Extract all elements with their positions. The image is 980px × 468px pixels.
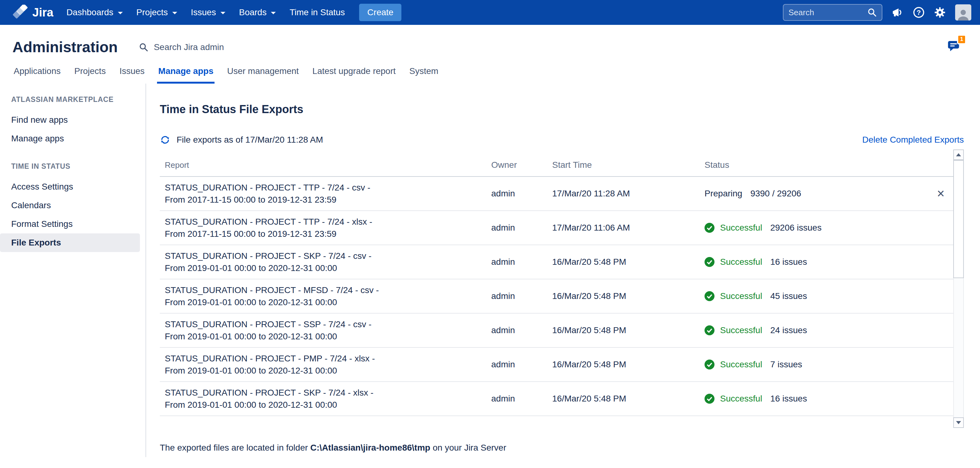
refresh-status-text: File exports as of 17/Mar/20 11:28 AM [177,135,323,145]
jira-home-link[interactable]: Jira [13,5,54,20]
column-header-report: Report [160,160,491,170]
chevron-down-icon [172,12,177,14]
nav-issues[interactable]: Issues [184,0,232,25]
admin-tab-bar: Applications Projects Issues Manage apps… [0,66,980,84]
gear-icon[interactable] [934,6,946,18]
tab-system[interactable]: System [408,66,440,84]
success-check-icon [705,360,714,370]
scroll-down-icon[interactable] [953,417,964,428]
report-cell: STATUS_DURATION - PROJECT - TTP - 7/24 -… [160,181,491,206]
main-content: Time in Status File Exports File exports… [146,84,980,457]
tab-applications[interactable]: Applications [13,66,62,84]
table-row: STATUS_DURATION - PROJECT - SKP - 7/24 -… [160,245,953,279]
svg-text:?: ? [916,9,921,16]
navbar-search-box[interactable] [783,4,882,21]
report-name: STATUS_DURATION - PROJECT - TTP - 7/24 -… [165,216,491,228]
report-range: From 2019-01-01 00:00 to 2020-12-31 00:0… [165,296,491,308]
refresh-row: File exports as of 17/Mar/20 11:28 AM De… [160,135,964,145]
avatar[interactable] [955,4,971,21]
status-label: Successful [720,325,762,335]
table-scrollbar[interactable] [953,149,964,428]
status-label: Successful [720,394,762,404]
sidebar-item-calendars[interactable]: Calendars [0,196,145,215]
create-button[interactable]: Create [359,4,401,21]
start-time-cell: 16/Mar/20 5:48 PM [552,291,705,301]
success-check-icon [705,291,714,301]
status-detail: 45 issues [770,291,807,301]
report-cell: STATUS_DURATION - PROJECT - MFSD - 7/24 … [160,284,491,308]
scrollbar-thumb[interactable] [953,160,964,278]
status-label: Successful [720,223,762,233]
nav-boards-label: Boards [239,8,267,17]
admin-body: ATLASSIAN MARKETPLACE Find new apps Mana… [0,84,980,457]
status-cell: Preparing 9390 / 29206 × [705,189,953,198]
owner-cell: admin [491,223,552,233]
success-check-icon [705,325,714,335]
nav-boards[interactable]: Boards [232,0,283,25]
scroll-up-icon[interactable] [953,149,964,160]
page-title: Administration [13,38,118,56]
status-cell: Successful 7 issues [705,360,953,370]
tab-latest-upgrade-report[interactable]: Latest upgrade report [311,66,397,84]
sidebar-item-format-settings[interactable]: Format Settings [0,215,145,233]
report-name: STATUS_DURATION - PROJECT - SSP - 7/24 -… [165,427,491,428]
jira-logo-icon [13,5,28,20]
table-header-row: Report Owner Start Time Status [160,149,953,177]
tab-user-management[interactable]: User management [226,66,300,84]
exports-table: Report Owner Start Time Status STATUS_DU… [160,149,953,428]
note-suffix: on your Jira Server [430,443,506,452]
status-detail: 7 issues [770,360,802,370]
report-name: STATUS_DURATION - PROJECT - SSP - 7/24 -… [165,318,491,330]
start-time-cell: 16/Mar/20 5:48 PM [552,257,705,267]
owner-cell: admin [491,360,552,370]
admin-search-box[interactable] [139,42,297,52]
nav-projects[interactable]: Projects [130,0,184,25]
tab-issues[interactable]: Issues [118,66,146,84]
report-cell: STATUS_DURATION - PROJECT - SKP - 7/24 -… [160,387,491,411]
column-header-status: Status [705,160,953,170]
report-name: STATUS_DURATION - PROJECT - SKP - 7/24 -… [165,250,491,262]
status-label: Successful [720,360,762,370]
refresh-icon[interactable] [160,135,170,145]
report-cell: STATUS_DURATION - PROJECT - SKP - 7/24 -… [160,250,491,274]
scrollbar-track[interactable] [953,160,964,417]
nav-time-in-status[interactable]: Time in Status [283,0,352,25]
start-time-cell: 16/Mar/20 5:48 PM [552,360,705,370]
chevron-down-icon [118,12,123,14]
report-range: From 2019-01-01 00:00 to 2020-12-31 00:0… [165,330,491,343]
table-row: STATUS_DURATION - PROJECT - SSP - 7/24 -… [160,416,953,428]
status-cell: Successful 16 issues [705,257,953,267]
megaphone-icon[interactable] [892,6,904,18]
sidebar-item-access-settings[interactable]: Access Settings [0,178,145,196]
nav-time-in-status-label: Time in Status [290,8,345,17]
nav-projects-label: Projects [137,8,168,17]
sidebar-item-manage-apps[interactable]: Manage apps [0,129,145,148]
report-cell: STATUS_DURATION - PROJECT - SSP - 7/24 -… [160,427,491,428]
report-range: From 2017-11-15 00:00 to 2019-12-31 23:5… [165,228,491,240]
start-time-cell: 16/Mar/20 5:48 PM [552,394,705,404]
nav-dashboards[interactable]: Dashboards [60,0,130,25]
status-detail: 16 issues [770,394,807,404]
column-header-start-time: Start Time [552,160,705,170]
tab-projects[interactable]: Projects [73,66,107,84]
table-row: STATUS_DURATION - PROJECT - SSP - 7/24 -… [160,314,953,348]
table-row: STATUS_DURATION - PROJECT - PMP - 7/24 -… [160,348,953,382]
sidebar-item-find-new-apps[interactable]: Find new apps [0,111,145,129]
start-time-cell: 17/Mar/20 11:28 AM [552,189,705,198]
owner-cell: admin [491,257,552,267]
sidebar: ATLASSIAN MARKETPLACE Find new apps Mana… [0,84,146,457]
owner-cell: admin [491,325,552,335]
note-prefix: The exported files are located in folder [160,443,310,452]
help-icon[interactable]: ? [913,6,925,18]
tab-manage-apps[interactable]: Manage apps [157,66,215,84]
sidebar-item-file-exports[interactable]: File Exports [0,233,140,252]
close-icon[interactable]: × [935,189,946,198]
delete-completed-exports-link[interactable]: Delete Completed Exports [862,135,964,145]
start-time-cell: 16/Mar/20 5:48 PM [552,325,705,335]
notification-bubble-icon[interactable]: 1 [947,39,961,56]
report-name: STATUS_DURATION - PROJECT - PMP - 7/24 -… [165,352,491,365]
admin-search-input[interactable] [154,42,297,52]
report-name: STATUS_DURATION - PROJECT - SKP - 7/24 -… [165,387,491,399]
report-cell: STATUS_DURATION - PROJECT - PMP - 7/24 -… [160,352,491,377]
navbar-search-input[interactable] [789,8,864,17]
